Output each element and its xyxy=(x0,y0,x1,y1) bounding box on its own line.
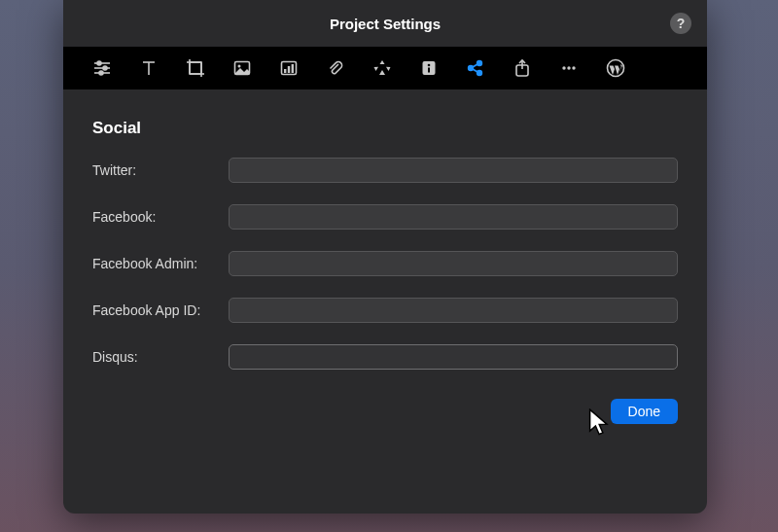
label-twitter: Twitter: xyxy=(92,162,229,178)
svg-point-3 xyxy=(103,66,107,70)
input-facebook-appid[interactable] xyxy=(229,298,678,323)
svg-point-24 xyxy=(477,71,482,76)
toolbar-info[interactable] xyxy=(406,47,452,89)
footer: Done xyxy=(92,391,678,424)
svg-line-26 xyxy=(473,69,477,72)
text-icon xyxy=(139,58,159,78)
svg-rect-21 xyxy=(428,68,430,73)
sliders-icon xyxy=(92,58,112,78)
toolbar-share[interactable] xyxy=(452,47,499,89)
image-icon xyxy=(232,58,252,78)
input-disqus[interactable] xyxy=(229,344,678,370)
row-facebook-appid: Facebook App ID: xyxy=(92,298,678,323)
input-facebook-admin[interactable] xyxy=(229,251,678,276)
help-button[interactable]: ? xyxy=(670,13,691,34)
more-icon xyxy=(559,58,579,78)
svg-rect-8 xyxy=(190,62,201,74)
settings-panel: Project Settings ? xyxy=(63,0,707,514)
row-facebook-admin: Facebook Admin: xyxy=(92,251,678,276)
label-facebook-admin: Facebook Admin: xyxy=(92,256,229,271)
row-twitter: Twitter: xyxy=(92,158,678,183)
label-facebook-appid: Facebook App ID: xyxy=(92,302,229,318)
svg-point-20 xyxy=(428,64,431,67)
svg-line-25 xyxy=(473,64,477,67)
svg-point-29 xyxy=(562,66,565,69)
svg-rect-17 xyxy=(288,66,290,73)
row-facebook: Facebook: xyxy=(92,204,678,230)
toolbar-text[interactable] xyxy=(125,47,172,89)
toolbar-attachment[interactable] xyxy=(312,47,359,89)
toolbar-chart[interactable] xyxy=(265,47,312,89)
input-facebook[interactable] xyxy=(229,204,678,230)
toolbar-wordpress[interactable] xyxy=(592,47,639,89)
section-title: Social xyxy=(92,119,678,138)
wordpress-icon xyxy=(606,58,625,78)
svg-point-31 xyxy=(572,66,575,69)
toolbar-image[interactable] xyxy=(219,47,265,89)
svg-rect-16 xyxy=(284,69,286,73)
svg-point-30 xyxy=(567,66,570,69)
toolbar-recycle[interactable] xyxy=(359,47,406,89)
export-icon xyxy=(513,58,532,78)
done-button[interactable]: Done xyxy=(611,399,678,424)
attachment-icon xyxy=(326,58,345,78)
svg-rect-18 xyxy=(292,64,294,73)
svg-point-23 xyxy=(477,61,482,66)
svg-point-1 xyxy=(97,61,101,65)
svg-point-22 xyxy=(469,66,474,71)
panel-body: Social Twitter: Facebook: Facebook Admin… xyxy=(63,89,707,514)
toolbar-more[interactable] xyxy=(546,47,592,89)
label-disqus: Disqus: xyxy=(92,349,229,365)
share-icon xyxy=(466,58,485,78)
input-twitter[interactable] xyxy=(229,158,678,183)
label-facebook: Facebook: xyxy=(92,209,229,225)
chart-icon xyxy=(279,58,299,78)
toolbar-export[interactable] xyxy=(499,47,546,89)
toolbar-crop[interactable] xyxy=(172,47,219,89)
info-icon xyxy=(419,58,439,78)
help-icon: ? xyxy=(677,16,686,31)
crop-icon xyxy=(186,58,205,78)
titlebar: Project Settings ? xyxy=(63,0,707,47)
toolbar-sliders[interactable] xyxy=(79,47,125,89)
toolbar xyxy=(63,47,707,89)
row-disqus: Disqus: xyxy=(92,344,678,370)
svg-point-5 xyxy=(99,71,103,75)
svg-point-14 xyxy=(238,65,241,68)
window-title: Project Settings xyxy=(330,16,441,32)
recycle-icon xyxy=(372,58,392,78)
